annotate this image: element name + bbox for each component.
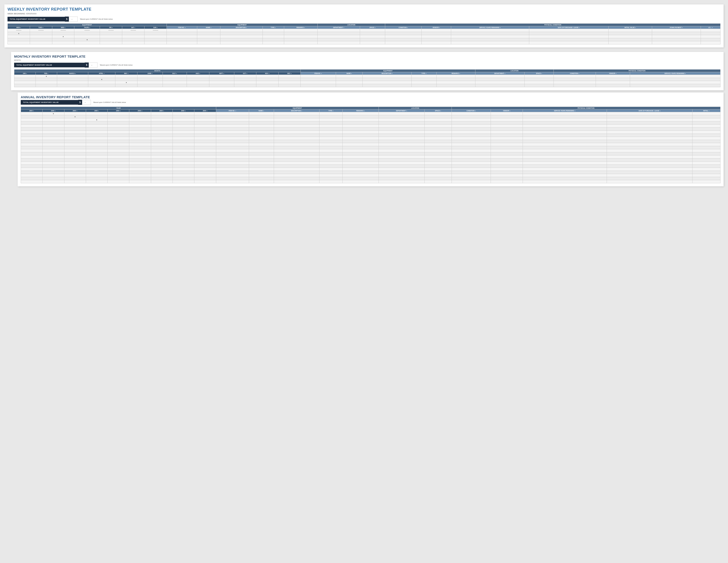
cell-x-3: x <box>74 38 100 41</box>
th-item-no[interactable]: ITEM NO. <box>167 26 197 29</box>
th-nov[interactable]: NOV <box>256 72 278 75</box>
th-description[interactable]: DESCRIPTION <box>220 26 263 29</box>
th-year-2[interactable]: 200X <box>43 109 64 112</box>
th-thurs[interactable]: THURS <box>74 26 100 29</box>
monthly-total-label: TOTAL EQUIPMENT INVENTORY VALUE <box>14 63 85 67</box>
th-space[interactable]: SPACE <box>360 26 385 29</box>
th-year-5[interactable]: 200X <box>108 109 129 112</box>
th-oct[interactable]: OCT <box>234 72 256 75</box>
th-name[interactable]: NAME <box>197 26 220 29</box>
th-m-department[interactable]: DEPARTMENT <box>475 72 524 75</box>
monthly-template: MONTHLY INVENTORY REPORT TEMPLATE MONTH:… <box>11 52 724 90</box>
monthly-equipment-header: EQUIPMENT <box>300 70 475 72</box>
annual-empty-row-6 <box>21 140 720 143</box>
th-year-6[interactable]: 200X <box>129 109 151 112</box>
th-july[interactable]: JULY <box>163 72 187 75</box>
th-year-4[interactable]: 200X <box>86 109 107 112</box>
th-m-description[interactable]: DESCRIPTION <box>363 72 412 75</box>
th-a-type[interactable]: TYPE <box>319 109 343 112</box>
monthly-table: MONTH EQUIPMENT LOCATION PHYSICAL CONDIT… <box>14 69 720 87</box>
th-initial-value[interactable]: INITIAL VALUE <box>608 26 652 29</box>
th-a-department[interactable]: DEPARTMENT <box>379 109 425 112</box>
th-a-vendor[interactable]: VENDOR <box>491 109 523 112</box>
th-a-item-no[interactable]: ITEM NO. <box>216 109 249 112</box>
th-sept[interactable]: SEPT <box>209 72 234 75</box>
th-date-purchase[interactable]: DATE OF PURCHASE / LEASE <box>529 26 608 29</box>
th-m-type[interactable]: TYPE <box>412 72 437 75</box>
annual-empty-row-17 <box>21 174 720 177</box>
monthly-data-row-3: x <box>14 81 720 84</box>
th-a-space[interactable]: SPACE <box>424 109 452 112</box>
th-sat[interactable]: SAT <box>122 26 144 29</box>
th-june[interactable]: JUNE <box>137 72 163 75</box>
th-m-name[interactable]: NAME <box>336 72 362 75</box>
monthly-period-header: MONTH <box>14 70 301 72</box>
th-april[interactable]: APRIL <box>88 72 115 75</box>
cell-date-7: x/xx/xxxx <box>144 29 167 32</box>
weekly-total-label: TOTAL EQUIPMENT INVENTORY VALUE <box>8 17 65 21</box>
th-may[interactable]: MAY <box>115 72 137 75</box>
th-lo[interactable]: LO... <box>701 26 720 29</box>
cell-date-1: x/xx/xxxx <box>8 29 30 32</box>
cell-date-6: x/xx/xxxx <box>122 29 144 32</box>
th-aug[interactable]: AUG <box>187 72 209 75</box>
monthly-title: MONTHLY INVENTORY REPORT TEMPLATE <box>14 55 720 58</box>
a-cell-x-1: x <box>43 112 64 115</box>
weekly-period-header: EQUIPMENT <box>8 24 167 26</box>
th-mon[interactable]: MON <box>8 26 30 29</box>
annual-empty-row-8 <box>21 146 720 149</box>
th-year-1[interactable]: 200X <box>21 109 43 112</box>
th-year-9[interactable]: 200X <box>194 109 216 112</box>
annual-dash: - <box>82 100 91 105</box>
th-march[interactable]: MARCH <box>57 72 88 75</box>
annual-note: *Based upon CURRENT VALUE fields below <box>91 101 126 103</box>
th-m-item-no[interactable]: ITEM NO. <box>300 72 336 75</box>
th-fri[interactable]: FRI <box>100 26 122 29</box>
annual-physical-header: PHYSICAL CONDITION <box>452 107 720 109</box>
th-down-payment[interactable]: DOWN PAYMENT <box>652 26 701 29</box>
th-type[interactable]: TYPE <box>263 26 284 29</box>
annual-empty-row-18 <box>21 177 720 180</box>
th-m-space[interactable]: SPACE <box>524 72 554 75</box>
monthly-note: *Based upon CURRENT VALUE fields below <box>98 64 133 66</box>
th-department[interactable]: DEPARTMENT <box>317 26 360 29</box>
th-year-3[interactable]: 200X <box>64 109 86 112</box>
th-feb[interactable]: FEB <box>36 72 57 75</box>
weekly-data-row-1: x <box>8 32 720 35</box>
th-a-condition[interactable]: CONDITION <box>452 109 491 112</box>
annual-template: ANNUAL INVENTORY REPORT TEMPLATE TOTAL E… <box>18 92 724 186</box>
annual-data-row-3: x <box>21 118 720 121</box>
th-year-8[interactable]: 200X <box>173 109 194 112</box>
th-service-years[interactable]: SERVICE YEARS REMAINING <box>451 26 529 29</box>
th-m-condition[interactable]: CONDITION <box>554 72 596 75</box>
th-condition[interactable]: CONDITION <box>385 26 421 29</box>
cell-x-2: x <box>52 35 74 38</box>
th-a-description[interactable]: DESCRIPTION <box>274 109 319 112</box>
m-cell-x-2: x <box>88 78 115 81</box>
weekly-data-row-2: x <box>8 35 720 38</box>
weekly-template: WEEKLY INVENTORY REPORT TEMPLATE WEEK BE… <box>4 4 724 47</box>
annual-title: ANNUAL INVENTORY REPORT TEMPLATE <box>21 95 720 99</box>
th-m-service-years[interactable]: SERVICE YEARS REMAINING <box>630 72 720 75</box>
th-wed[interactable]: WED <box>52 26 74 29</box>
th-dec[interactable]: DEC <box>279 72 301 75</box>
th-a-initial[interactable]: INITIAL <box>692 109 720 112</box>
th-jan[interactable]: JAN <box>14 72 36 75</box>
th-year-7[interactable]: 200X <box>151 109 173 112</box>
th-remarks[interactable]: REMARKS <box>284 26 317 29</box>
annual-empty-row-12 <box>21 158 720 162</box>
th-vendor[interactable]: VENDOR <box>421 26 451 29</box>
th-a-date-purchase[interactable]: DATE OF PURCHASE / LEASE <box>607 109 692 112</box>
th-a-service-years[interactable]: SERVICE YEARS REMAINING <box>523 109 607 112</box>
th-a-remarks[interactable]: REMARKS <box>343 109 379 112</box>
annual-total-label: TOTAL EQUIPMENT INVENTORY VALUE <box>21 100 78 105</box>
th-m-vendor[interactable]: VENDOR <box>596 72 630 75</box>
th-tues[interactable]: TUES <box>30 26 52 29</box>
th-sun[interactable]: SUN <box>144 26 167 29</box>
th-a-name[interactable]: NAME <box>249 109 274 112</box>
annual-data-row-1: x <box>21 112 720 115</box>
annual-empty-row-11 <box>21 155 720 158</box>
annual-empty-row-16 <box>21 171 720 174</box>
weekly-data-row-3: x <box>8 38 720 41</box>
th-m-remarks[interactable]: REMARKS <box>436 72 475 75</box>
